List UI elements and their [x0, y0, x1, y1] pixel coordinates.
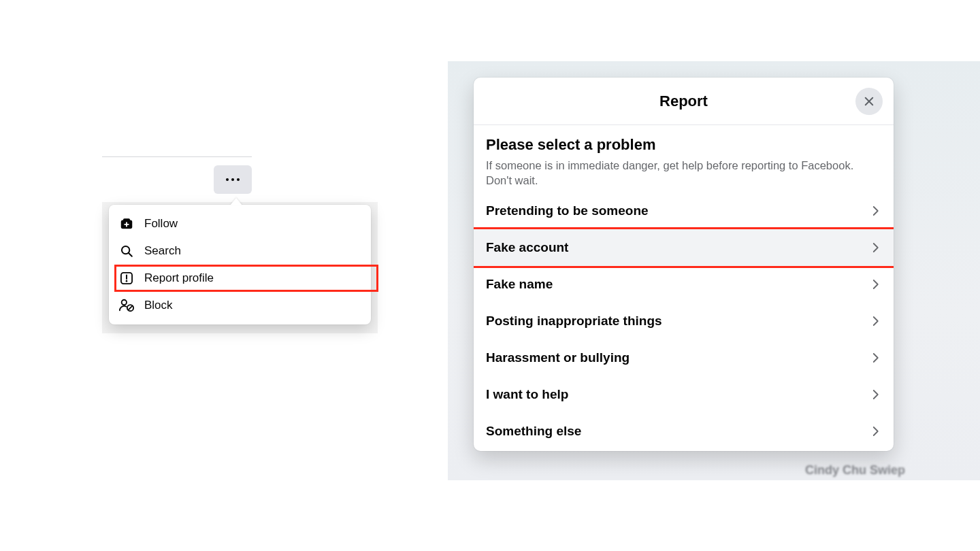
block-icon [118, 297, 135, 314]
report-option-label: Fake name [486, 277, 553, 292]
search-icon [118, 243, 135, 259]
profile-context-menu: Follow Search Report profile Block [109, 205, 371, 324]
report-option-label: Pretending to be someone [486, 203, 649, 218]
menu-caret [230, 198, 242, 205]
dialog-title: Report [659, 93, 708, 110]
svg-rect-3 [126, 222, 127, 227]
follow-icon [118, 216, 135, 232]
chevron-right-icon [869, 205, 881, 217]
menu-item-report-profile[interactable]: Report profile [109, 265, 371, 292]
menu-item-label: Search [144, 244, 181, 258]
report-option-fake-name[interactable]: Fake name [486, 266, 881, 303]
report-option-label: Posting inappropriate things [486, 314, 662, 329]
report-option-label: Harassment or bullying [486, 350, 630, 365]
report-option-label: Something else [486, 424, 581, 439]
menu-item-label: Follow [144, 217, 178, 231]
ellipsis-icon [226, 178, 229, 181]
menu-item-block[interactable]: Block [109, 292, 371, 319]
report-option-something-else[interactable]: Something else [486, 413, 881, 450]
chevron-right-icon [869, 352, 881, 364]
ellipsis-icon [237, 178, 240, 181]
dialog-header: Report [474, 78, 894, 125]
chevron-right-icon [869, 241, 881, 254]
report-option-harassment[interactable]: Harassment or bullying [486, 339, 881, 376]
background-partial-name: Cindy Chu Swiep [805, 463, 905, 478]
report-option-inappropriate[interactable]: Posting inappropriate things [486, 303, 881, 339]
svg-line-11 [128, 306, 132, 310]
report-option-label: Fake account [486, 240, 568, 255]
svg-line-5 [129, 253, 132, 256]
report-dialog: Report Please select a problem If someon… [474, 78, 894, 451]
menu-item-follow[interactable]: Follow [109, 210, 371, 237]
report-option-help[interactable]: I want to help [486, 376, 881, 413]
report-option-label: I want to help [486, 387, 568, 402]
menu-item-label: Report profile [144, 271, 214, 285]
dialog-heading: Please select a problem [486, 136, 881, 154]
menu-item-search[interactable]: Search [109, 237, 371, 265]
svg-point-9 [122, 300, 127, 305]
report-options-list: Pretending to be someone Fake account Fa… [486, 193, 881, 450]
chevron-right-icon [869, 278, 881, 290]
chevron-right-icon [869, 425, 881, 437]
svg-rect-1 [123, 218, 130, 221]
more-options-button[interactable] [214, 165, 252, 194]
dialog-subtitle: If someone is in immediate danger, get h… [486, 158, 881, 188]
report-icon [118, 270, 135, 286]
report-option-pretending[interactable]: Pretending to be someone [486, 193, 881, 229]
svg-point-8 [126, 280, 128, 282]
chevron-right-icon [869, 315, 881, 327]
ellipsis-icon [231, 178, 234, 181]
report-option-fake-account[interactable]: Fake account [474, 229, 894, 266]
menu-item-label: Block [144, 299, 173, 312]
close-button[interactable] [855, 88, 883, 115]
close-icon [863, 95, 875, 107]
report-dialog-snapshot: Cindy Chu Swiep Report Please select a p… [448, 61, 980, 480]
divider [102, 156, 252, 157]
chevron-right-icon [869, 388, 881, 401]
profile-menu-snapshot: Follow Search Report profile Block [102, 153, 378, 333]
